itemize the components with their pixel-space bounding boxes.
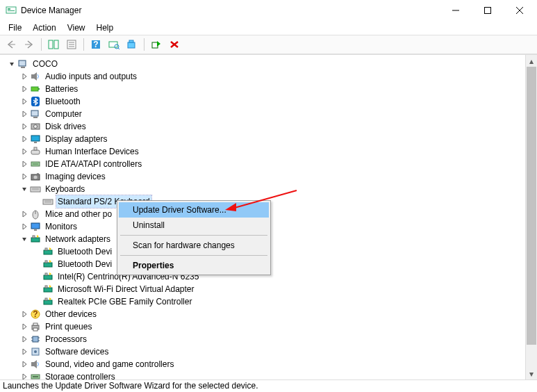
expand-toggle[interactable]	[19, 97, 29, 106]
expand-toggle[interactable]	[19, 147, 29, 156]
menu-action[interactable]: Action	[27, 22, 61, 34]
expand-toggle[interactable]	[19, 334, 29, 344]
svg-point-40	[34, 176, 38, 179]
tree-category[interactable]: Storage controllers	[4, 370, 537, 379]
context-menu-item[interactable]: Scan for hardware changes	[119, 238, 269, 253]
expand-toggle[interactable]	[7, 59, 17, 69]
tree-category[interactable]: Sound, video and game controllers	[4, 358, 537, 370]
expand-toggle[interactable]	[19, 309, 29, 319]
tree-category[interactable]: Processors	[4, 333, 537, 345]
svg-rect-2	[8, 10, 15, 11]
forward-button[interactable]	[21, 36, 38, 53]
expand-toggle[interactable]	[19, 209, 29, 219]
tree-item-label: Sound, video and game controllers	[44, 358, 175, 370]
toolbar-separator	[41, 38, 42, 51]
svg-rect-34	[34, 142, 37, 143]
scroll-up-button[interactable]: ▴	[526, 55, 537, 67]
expand-toggle[interactable]	[19, 234, 29, 244]
bluetooth-icon	[30, 96, 41, 107]
speaker-icon	[30, 359, 41, 370]
speaker-icon	[30, 71, 41, 82]
tree-category[interactable]: Display adapters	[4, 133, 537, 145]
svg-rect-25	[31, 74, 34, 79]
svg-rect-54	[44, 250, 52, 254]
svg-rect-35	[31, 150, 40, 154]
svg-rect-67	[33, 323, 38, 325]
svg-rect-24	[21, 67, 25, 68]
tree-category[interactable]: Software devices	[4, 345, 537, 358]
expand-toggle[interactable]	[19, 322, 29, 332]
tree-category[interactable]: IDE ATA/ATAPI controllers	[4, 158, 537, 170]
context-menu-item[interactable]: Update Driver Software...	[119, 202, 269, 218]
help-button[interactable]: ?	[88, 36, 104, 53]
tree-item-label: Batteries	[44, 83, 79, 95]
svg-rect-23	[19, 60, 26, 66]
tree-category[interactable]: Batteries	[4, 83, 537, 95]
scan-hardware-button[interactable]	[106, 36, 122, 53]
expand-toggle[interactable]	[19, 122, 29, 131]
menu-help[interactable]: Help	[91, 22, 119, 34]
disk-icon	[30, 121, 41, 132]
tree-category[interactable]: Bluetooth	[4, 95, 537, 108]
tree-category[interactable]: Print queues	[4, 320, 537, 333]
svg-rect-19	[129, 40, 133, 42]
properties-button[interactable]	[63, 36, 80, 53]
tree-item-label: Display adapters	[44, 133, 108, 145]
svg-text:?: ?	[93, 40, 98, 49]
tree-category[interactable]: Imaging devices	[4, 170, 537, 183]
expand-toggle[interactable]	[19, 222, 29, 231]
svg-rect-27	[38, 88, 40, 90]
nic-icon	[42, 284, 53, 295]
tree-category[interactable]: Computer	[4, 108, 537, 120]
printer-icon	[30, 321, 41, 332]
menu-file[interactable]: File	[3, 22, 27, 34]
tree-category[interactable]: Human Interface Devices	[4, 145, 537, 158]
tree-item-label: Bluetooth Devi	[56, 258, 113, 270]
show-hide-console-button[interactable]	[45, 36, 62, 53]
expand-toggle[interactable]	[19, 184, 29, 194]
nic-icon	[42, 296, 53, 307]
svg-rect-55	[45, 248, 47, 250]
menu-view[interactable]: View	[62, 22, 91, 34]
tree-item-label: Computer	[44, 108, 83, 120]
expand-toggle[interactable]	[19, 134, 29, 144]
svg-rect-0	[6, 7, 16, 13]
svg-rect-69	[33, 336, 38, 342]
expand-toggle[interactable]	[19, 359, 29, 369]
svg-rect-30	[33, 117, 38, 118]
svg-line-17	[118, 48, 119, 49]
svg-point-32	[34, 125, 38, 129]
uninstall-button[interactable]	[166, 36, 183, 53]
close-button[interactable]	[504, 0, 536, 21]
minimize-button[interactable]	[440, 0, 472, 21]
context-menu-item[interactable]: Properties	[119, 258, 269, 273]
vertical-scrollbar[interactable]: ▴ ▾	[525, 55, 537, 379]
tree-root[interactable]: COCO	[4, 58, 537, 70]
scroll-down-button[interactable]: ▾	[526, 368, 537, 379]
tree-item-label: Bluetooth Devi	[56, 245, 113, 258]
back-button[interactable]	[3, 36, 19, 53]
enable-device-button[interactable]	[148, 36, 165, 53]
maximize-button[interactable]	[472, 0, 504, 21]
expand-toggle[interactable]	[19, 347, 29, 357]
tree-category[interactable]: ?Other devices	[4, 308, 537, 320]
tree-category[interactable]: Disk drives	[4, 120, 537, 133]
tree-item-label: IDE ATA/ATAPI controllers	[44, 158, 143, 170]
tree-category[interactable]: Audio inputs and outputs	[4, 70, 537, 83]
tree-device[interactable]: Realtek PCIe GBE Family Controller	[4, 295, 537, 308]
expand-toggle[interactable]	[19, 84, 29, 94]
expand-toggle[interactable]	[19, 172, 29, 181]
pc-icon	[30, 108, 41, 120]
tree-category[interactable]: Keyboards	[4, 183, 537, 195]
update-driver-button[interactable]	[124, 36, 140, 53]
context-menu-separator	[120, 255, 267, 256]
context-menu-item[interactable]: Uninstall	[119, 218, 269, 233]
svg-rect-59	[45, 273, 47, 275]
tree-device[interactable]: Microsoft Wi-Fi Direct Virtual Adapter	[4, 283, 537, 295]
scroll-thumb[interactable]	[527, 67, 536, 345]
expand-toggle[interactable]	[19, 109, 29, 119]
toolbar-separator	[83, 38, 84, 51]
expand-toggle[interactable]	[19, 72, 29, 81]
expand-toggle[interactable]	[19, 159, 29, 169]
expand-toggle[interactable]	[19, 372, 29, 379]
